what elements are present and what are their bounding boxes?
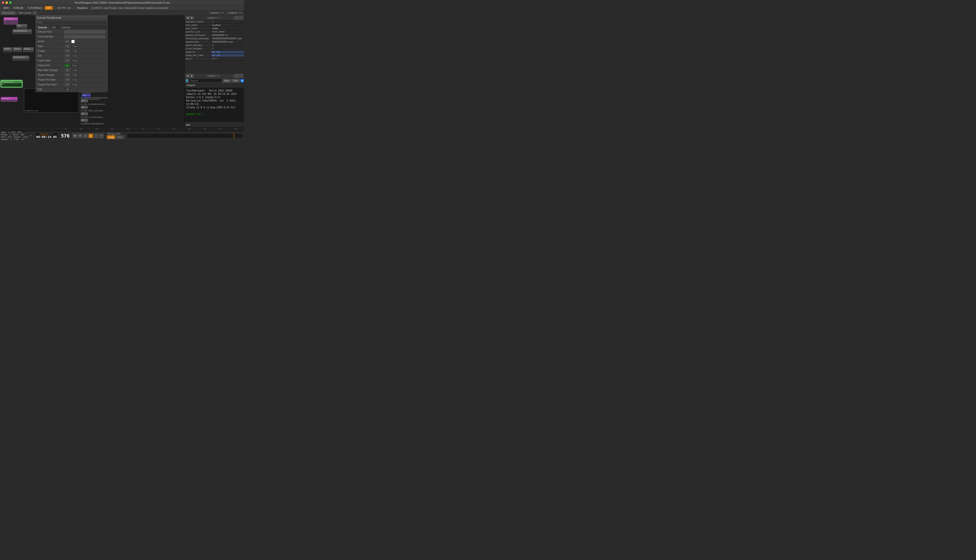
next-plus-btn[interactable]: +: [99, 133, 104, 138]
sensor-nul-3[interactable]: Nul: [81, 112, 88, 116]
dialog-project-pre-save-toggle[interactable]: Off: [64, 78, 70, 82]
dialog-frame-start-toggle[interactable]: Off: [64, 59, 70, 62]
dialog-frame-start-pulse[interactable]: Pulse: [71, 59, 80, 62]
dialog-tab-common[interactable]: Common: [58, 26, 73, 29]
dialog-from-operator-value[interactable]: [64, 35, 105, 38]
prop-osc-host-value[interactable]: localhost: [211, 24, 244, 27]
prop-nlp2-value[interactable]: 0.0 * **: [211, 58, 244, 60]
rpanel-more-btn[interactable]: ⋮: [239, 16, 243, 20]
once-btn[interactable]: Once: [115, 135, 124, 139]
dialog-play-state-pulse[interactable]: Pulse: [71, 68, 80, 72]
dialog-project-post-save-toggle[interactable]: Off: [64, 83, 70, 87]
rstart-label: RStart:: [1, 133, 8, 136]
dialog-active-checkbox[interactable]: [71, 40, 75, 43]
menu-realtime[interactable]: Realtime: [75, 6, 89, 10]
prop-birth-frames-value[interactable]: 2: [211, 44, 244, 47]
timeline-scrubber[interactable]: [127, 133, 243, 138]
node-execute1[interactable]: execute1: [1, 97, 18, 102]
timeline-toggle[interactable]: ▼: [30, 132, 33, 140]
node-reset-execute[interactable]: ResetExecute ■ 1: [1, 80, 22, 87]
dialog-play-state-toggle[interactable]: Off: [64, 68, 70, 72]
prop-tracking-dist-value[interactable]: 100: [211, 37, 244, 40]
node-canvas[interactable]: panelexec1 ● Rep PanelReplicator PanelRe…: [0, 15, 184, 127]
stop-btn[interactable]: ⏸: [78, 133, 83, 138]
frame-display[interactable]: 576: [59, 133, 72, 139]
node-panel1[interactable]: panel1: [3, 47, 12, 52]
textport-content[interactable]: TouchDesigner Build 2022.32660 compile o…: [185, 88, 244, 122]
next-button[interactable]: Next: [222, 79, 231, 83]
textport-line-2: Python 3.9.5 (heads/3.9-Derivative:f3daf…: [186, 96, 242, 106]
rpanel-bottom-more-btn[interactable]: ⋮: [239, 74, 243, 78]
dialog-file-icon[interactable]: 🗋: [39, 21, 41, 24]
search-input[interactable]: [189, 79, 222, 83]
menu-forum[interactable]: FORUM: [12, 6, 25, 10]
textport-nav-left[interactable]: ◀: [186, 123, 187, 126]
dialog-exit-pulse[interactable]: Pulse: [71, 54, 80, 58]
maximize-button[interactable]: [9, 2, 12, 4]
prop-sensor-count-value[interactable]: 1: [211, 21, 244, 23]
node-panelexec1[interactable]: panelexec1 ●: [3, 17, 18, 25]
timecode-display[interactable]: TimeCode Beats 00:00:19.05: [35, 132, 58, 139]
dialog-create-toggle[interactable]: Off: [64, 50, 70, 53]
loop-btn[interactable]: Loop: [107, 135, 115, 139]
prop-send-id-value[interactable]: On (m): [211, 51, 244, 53]
add-layout-btn[interactable]: +: [33, 11, 37, 15]
prop-osc-port-value[interactable]: 10060: [211, 27, 244, 30]
node-select2[interactable]: select2: [13, 47, 22, 52]
prop-alive-frames-value[interactable]: 1: [211, 48, 244, 50]
rpanel-expand-btn[interactable]: □: [235, 16, 239, 20]
fps-display: 30 FPS: 30: [56, 7, 72, 9]
toolbar-path-right: / project1 / >>: [226, 12, 243, 14]
wordwrap-checkbox[interactable]: [241, 79, 244, 82]
dialog-project-pre-save-pulse[interactable]: Pulse: [71, 78, 80, 82]
dialog-device-change-toggle[interactable]: Off: [64, 73, 70, 77]
textport-nav-right[interactable]: ▶: [189, 123, 191, 126]
menu-oit[interactable]: OIT: [45, 6, 53, 10]
rpanel-bottom-expand-btn[interactable]: □: [235, 74, 239, 78]
dialog-active-toggle[interactable]: Off: [64, 40, 70, 43]
node-panel-replicator[interactable]: PanelReplicator: [12, 29, 32, 34]
dialog-start-pulse[interactable]: Pulse: [71, 45, 80, 48]
prop-output-act-value[interactable]: TRUE INDEX: [211, 31, 244, 33]
next-minus-btn[interactable]: −: [94, 133, 99, 138]
dialog-execute-from-value[interactable]: [64, 30, 105, 34]
prop-send-fps-value[interactable]: On (m): [211, 54, 244, 57]
textport-input-line[interactable]: python >>> |: [186, 113, 242, 116]
prev-frame-btn[interactable]: ◁: [83, 133, 88, 138]
prev-button[interactable]: Prev: [232, 79, 240, 83]
dialog-tab-file[interactable]: File: [50, 26, 58, 29]
dialog-create-pulse[interactable]: Pulse: [71, 50, 80, 53]
beats-label[interactable]: Beats: [49, 133, 53, 135]
rpanel-btn1[interactable]: ◀: [186, 16, 189, 20]
prop-birth-frames-name: BIRTH_FRAMES: [185, 44, 211, 47]
dialog-start-toggle[interactable]: Off: [64, 45, 70, 48]
timecode-label[interactable]: TimeCode: [39, 133, 48, 135]
node-rep[interactable]: Rep: [16, 24, 27, 29]
dialog-tab-execute[interactable]: Execute: [36, 26, 50, 29]
node-is-active-panel[interactable]: isActivePanel: [12, 56, 29, 60]
dialog-project-post-save-pulse[interactable]: Pulse: [71, 83, 80, 87]
rpanel-bottom-btn2[interactable]: ▶: [190, 74, 194, 78]
rpanel-bottom-btn1[interactable]: ◀: [186, 74, 189, 78]
rpanel-btn2[interactable]: ▶: [190, 16, 194, 20]
dialog-edit-btn[interactable]: Edit: [64, 88, 71, 91]
dialog-info-icon[interactable]: i: [42, 21, 42, 24]
dialog-device-change-pulse[interactable]: Pulse: [71, 73, 80, 77]
prop-smoothing-value[interactable]: 0.50: [211, 41, 244, 43]
dialog-help-icon[interactable]: ?: [37, 21, 38, 24]
textport-tab[interactable]: Textport: [185, 83, 244, 88]
play-btn[interactable]: ▶: [89, 133, 93, 138]
minimize-button[interactable]: [5, 2, 8, 4]
menu-tutorials[interactable]: TUTORIALS: [25, 6, 44, 10]
menu-wiki[interactable]: WIKI: [2, 6, 11, 10]
close-button[interactable]: [2, 2, 4, 4]
rewind-btn[interactable]: ⏮: [72, 133, 77, 138]
sensor-nul-1[interactable]: Nul: [81, 99, 88, 103]
dialog-exit-toggle[interactable]: Off: [64, 54, 70, 58]
dialog-frame-end-pulse[interactable]: Pulse: [70, 64, 79, 67]
sensor-nul-2[interactable]: Nul: [81, 106, 88, 109]
sensor-nul-4[interactable]: Nul: [81, 119, 88, 122]
node-mouse[interactable]: Mouse_: [23, 47, 33, 52]
prop-merge-dist-value[interactable]: 0.7: [211, 34, 244, 37]
pane-layout-btn[interactable]: Pane Layout: [1, 11, 16, 15]
